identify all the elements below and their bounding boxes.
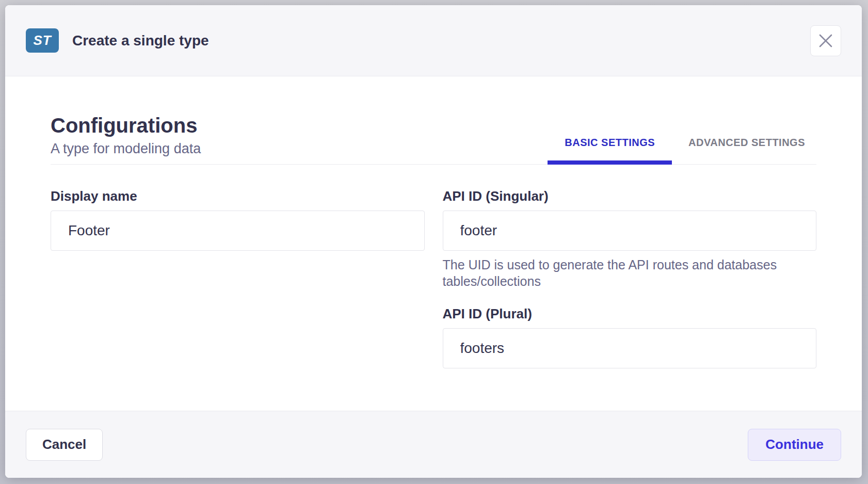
page-title: Configurations xyxy=(51,114,201,137)
api-id-singular-field-group: API ID (Singular) The UID is used to gen… xyxy=(443,188,817,289)
api-id-plural-label: API ID (Plural) xyxy=(443,306,817,321)
tab-basic-settings[interactable]: BASIC SETTINGS xyxy=(548,137,672,165)
close-icon xyxy=(819,34,832,47)
modal-header: ST Create a single type xyxy=(5,5,862,76)
single-type-badge-icon: ST xyxy=(26,28,59,53)
section-head: Configurations A type for modeling data … xyxy=(51,114,816,165)
tab-advanced-settings[interactable]: ADVANCED SETTINGS xyxy=(677,137,816,165)
modal-title: Create a single type xyxy=(72,33,209,49)
continue-button[interactable]: Continue xyxy=(748,429,841,461)
configuration-form: Display name API ID (Singular) The UID i… xyxy=(51,188,816,368)
api-id-singular-input[interactable] xyxy=(443,211,817,251)
section-titles: Configurations A type for modeling data xyxy=(51,114,201,164)
right-column: API ID (Singular) The UID is used to gen… xyxy=(443,188,817,368)
cancel-button[interactable]: Cancel xyxy=(26,429,103,461)
modal-body: Configurations A type for modeling data … xyxy=(5,76,862,411)
left-column: Display name xyxy=(51,188,425,368)
settings-tabs: BASIC SETTINGS ADVANCED SETTINGS xyxy=(548,137,816,165)
create-single-type-modal: ST Create a single type Configurations A… xyxy=(5,5,862,478)
api-id-singular-hint: The UID is used to generate the API rout… xyxy=(443,256,817,289)
display-name-field-group: Display name xyxy=(51,188,425,251)
display-name-label: Display name xyxy=(51,188,425,204)
api-id-plural-field-group: API ID (Plural) xyxy=(443,306,817,368)
api-id-singular-label: API ID (Singular) xyxy=(443,188,817,204)
close-button[interactable] xyxy=(810,25,841,56)
api-id-plural-input[interactable] xyxy=(443,328,817,368)
display-name-input[interactable] xyxy=(51,211,425,251)
modal-footer: Cancel Continue xyxy=(5,411,862,478)
page-subtitle: A type for modeling data xyxy=(51,140,201,157)
